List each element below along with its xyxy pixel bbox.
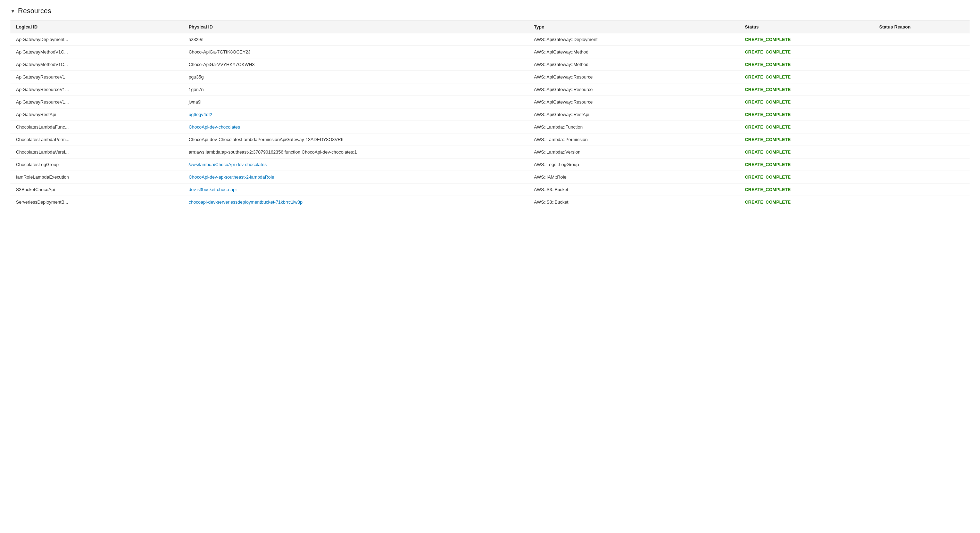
col-header-physical: Physical ID	[183, 21, 528, 34]
status-badge: CREATE_COMPLETE	[745, 137, 791, 142]
cell-type: AWS::ApiGateway::Resource	[528, 71, 739, 83]
cell-status: CREATE_COMPLETE	[739, 121, 874, 133]
status-badge: CREATE_COMPLETE	[745, 149, 791, 155]
cell-logical: IamRoleLambdaExecution	[10, 171, 183, 184]
cell-physical[interactable]: ChocoApi-dev-ap-southeast-2-lambdaRole	[183, 171, 528, 184]
status-badge: CREATE_COMPLETE	[745, 74, 791, 80]
cell-logical: ChocolatesLambdaVersi...	[10, 146, 183, 158]
cell-logical: ApiGatewayResourceV1	[10, 71, 183, 83]
resources-table: Logical ID Physical ID Type Status Statu…	[10, 21, 970, 208]
status-badge: CREATE_COMPLETE	[745, 112, 791, 117]
cell-physical: arn:aws:lambda:ap-southeast-2:3787901623…	[183, 146, 528, 158]
cell-type: AWS::ApiGateway::Method	[528, 46, 739, 58]
section-header: ▼ Resources	[10, 7, 970, 15]
cell-physical[interactable]: ChocoApi-dev-chocolates	[183, 121, 528, 133]
cell-reason	[874, 196, 970, 209]
cell-type: AWS::S3::Bucket	[528, 184, 739, 196]
cell-status: CREATE_COMPLETE	[739, 83, 874, 96]
table-row: ApiGatewayDeployment...az329nAWS::ApiGat…	[10, 34, 970, 46]
cell-status: CREATE_COMPLETE	[739, 133, 874, 146]
cell-status: CREATE_COMPLETE	[739, 96, 874, 109]
cell-type: AWS::Lambda::Permission	[528, 133, 739, 146]
cell-type: AWS::ApiGateway::RestApi	[528, 109, 739, 121]
table-row: ServerlessDeploymentB...chocoapi-dev-ser…	[10, 196, 970, 209]
physical-id-link[interactable]: ChocoApi-dev-chocolates	[189, 124, 240, 129]
cell-physical: Choco-ApiGa-VVYHKY7OKWH3	[183, 58, 528, 71]
status-badge: CREATE_COMPLETE	[745, 99, 791, 105]
cell-reason	[874, 133, 970, 146]
cell-type: AWS::ApiGateway::Method	[528, 58, 739, 71]
cell-physical[interactable]: chocoapi-dev-serverlessdeploymentbucket-…	[183, 196, 528, 209]
cell-status: CREATE_COMPLETE	[739, 58, 874, 71]
status-badge: CREATE_COMPLETE	[745, 199, 791, 205]
table-row: ChocolatesLambdaVersi...arn:aws:lambda:a…	[10, 146, 970, 158]
table-row: S3BucketChocoApidev-s3bucket-choco-apiAW…	[10, 184, 970, 196]
cell-reason	[874, 58, 970, 71]
table-row: ApiGatewayMethodV1C...Choco-ApiGa-VVYHKY…	[10, 58, 970, 71]
cell-physical[interactable]: ug6ogv4of2	[183, 109, 528, 121]
table-row: ApiGatewayResourceV1...jwna9lAWS::ApiGat…	[10, 96, 970, 109]
cell-type: AWS::ApiGateway::Resource	[528, 83, 739, 96]
table-row: ApiGatewayMethodV1C...Choco-ApiGa-7GTIK8…	[10, 46, 970, 58]
cell-physical[interactable]: dev-s3bucket-choco-api	[183, 184, 528, 196]
cell-physical[interactable]: /aws/lambda/ChocoApi-dev-chocolates	[183, 158, 528, 171]
cell-physical: Choco-ApiGa-7GTIK8OCEY2J	[183, 46, 528, 58]
cell-type: AWS::Lambda::Version	[528, 146, 739, 158]
status-badge: CREATE_COMPLETE	[745, 87, 791, 92]
cell-type: AWS::Logs::LogGroup	[528, 158, 739, 171]
status-badge: CREATE_COMPLETE	[745, 62, 791, 67]
status-badge: CREATE_COMPLETE	[745, 49, 791, 54]
cell-reason	[874, 158, 970, 171]
cell-reason	[874, 34, 970, 46]
cell-reason	[874, 109, 970, 121]
status-badge: CREATE_COMPLETE	[745, 187, 791, 192]
cell-status: CREATE_COMPLETE	[739, 34, 874, 46]
physical-id-link[interactable]: dev-s3bucket-choco-api	[189, 187, 237, 192]
physical-id-link[interactable]: ChocoApi-dev-ap-southeast-2-lambdaRole	[189, 174, 274, 180]
cell-reason	[874, 171, 970, 184]
cell-physical: pgu35g	[183, 71, 528, 83]
cell-physical: 1gon7n	[183, 83, 528, 96]
cell-status: CREATE_COMPLETE	[739, 109, 874, 121]
table-row: ApiGatewayResourceV1...1gon7nAWS::ApiGat…	[10, 83, 970, 96]
physical-id-link[interactable]: ug6ogv4of2	[189, 112, 212, 117]
status-badge: CREATE_COMPLETE	[745, 37, 791, 42]
col-header-type: Type	[528, 21, 739, 34]
cell-logical: ApiGatewayResourceV1...	[10, 83, 183, 96]
cell-logical: ApiGatewayRestApi	[10, 109, 183, 121]
table-row: ChocolatesLogGroup/aws/lambda/ChocoApi-d…	[10, 158, 970, 171]
cell-logical: ChocolatesLambdaFunc...	[10, 121, 183, 133]
cell-logical: S3BucketChocoApi	[10, 184, 183, 196]
table-row: ApiGatewayRestApiug6ogv4of2AWS::ApiGatew…	[10, 109, 970, 121]
cell-status: CREATE_COMPLETE	[739, 171, 874, 184]
status-badge: CREATE_COMPLETE	[745, 124, 791, 129]
cell-logical: ApiGatewayMethodV1C...	[10, 58, 183, 71]
col-header-status: Status	[739, 21, 874, 34]
cell-logical: ApiGatewayDeployment...	[10, 34, 183, 46]
cell-reason	[874, 71, 970, 83]
cell-logical: ChocolatesLogGroup	[10, 158, 183, 171]
cell-reason	[874, 121, 970, 133]
status-badge: CREATE_COMPLETE	[745, 174, 791, 180]
cell-status: CREATE_COMPLETE	[739, 196, 874, 209]
cell-reason	[874, 184, 970, 196]
section-title: Resources	[18, 7, 51, 15]
cell-physical: az329n	[183, 34, 528, 46]
cell-logical: ApiGatewayMethodV1C...	[10, 46, 183, 58]
cell-logical: ChocolatesLambdaPerm...	[10, 133, 183, 146]
cell-status: CREATE_COMPLETE	[739, 158, 874, 171]
table-row: ChocolatesLambdaFunc...ChocoApi-dev-choc…	[10, 121, 970, 133]
cell-reason	[874, 83, 970, 96]
cell-status: CREATE_COMPLETE	[739, 184, 874, 196]
chevron-down-icon[interactable]: ▼	[10, 8, 15, 14]
cell-logical: ServerlessDeploymentB...	[10, 196, 183, 209]
physical-id-link[interactable]: /aws/lambda/ChocoApi-dev-chocolates	[189, 162, 267, 167]
table-row: ChocolatesLambdaPerm...ChocoApi-dev-Choc…	[10, 133, 970, 146]
cell-type: AWS::ApiGateway::Resource	[528, 96, 739, 109]
cell-physical: ChocoApi-dev-ChocolatesLambdaPermissionA…	[183, 133, 528, 146]
cell-type: AWS::IAM::Role	[528, 171, 739, 184]
cell-type: AWS::Lambda::Function	[528, 121, 739, 133]
col-header-logical: Logical ID	[10, 21, 183, 34]
status-badge: CREATE_COMPLETE	[745, 162, 791, 167]
physical-id-link[interactable]: chocoapi-dev-serverlessdeploymentbucket-…	[189, 199, 302, 205]
